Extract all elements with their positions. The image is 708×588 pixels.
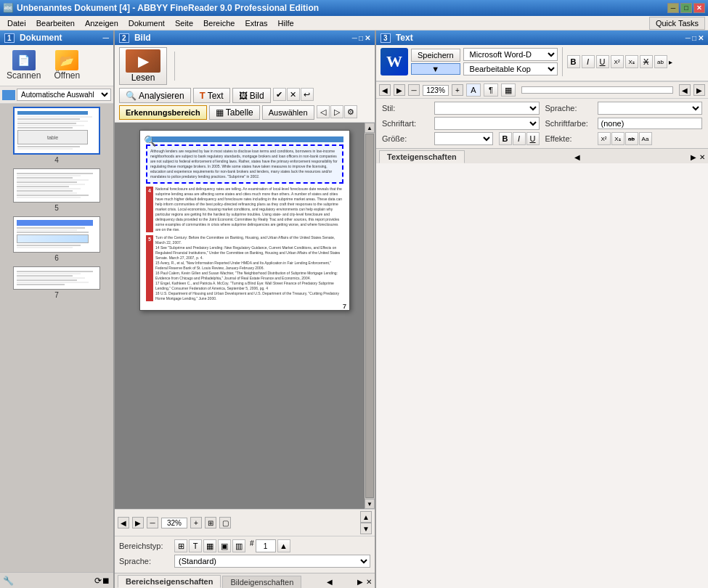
bereich-icon-2[interactable]: T <box>189 539 202 552</box>
text-button[interactable]: T Text <box>193 88 230 103</box>
icon-btn-6[interactable]: ⚙ <box>344 105 357 118</box>
icon-btn-1[interactable]: ✔ <box>273 88 286 101</box>
bearbeitbar-format-select[interactable]: Bearbeitable Kop <box>463 62 558 75</box>
bild-zoom-out-btn[interactable]: ─ <box>147 517 158 528</box>
menu-datei[interactable]: Datei <box>3 17 30 29</box>
schriftart-select[interactable] <box>434 117 540 130</box>
sprache-text-select[interactable] <box>598 102 703 115</box>
menu-bearbeiten[interactable]: Bearbeiten <box>32 17 79 29</box>
eff-sup[interactable]: X² <box>598 132 611 145</box>
eff-small[interactable]: Aa <box>639 132 652 145</box>
italic-button[interactable]: I <box>582 55 595 68</box>
thumbnail-6[interactable]: 6 <box>13 216 100 262</box>
text-scroll-right-btn[interactable]: ▶ <box>693 84 705 96</box>
tab-bereichseigenschaften[interactable]: Bereichseigenschaften <box>118 575 221 588</box>
bereich-icon-1[interactable]: ⊞ <box>174 539 187 552</box>
speichern-button[interactable]: Speichern <box>411 49 460 62</box>
menu-dokument[interactable]: Dokument <box>124 17 169 29</box>
text-format-A-btn[interactable]: A <box>466 83 481 97</box>
bild-zoom-next-btn[interactable]: ▶ <box>132 517 144 528</box>
bereich-icon-4[interactable]: ▣ <box>218 539 231 552</box>
tab-prev-arrow[interactable]: ◀ <box>327 578 333 586</box>
scroll-down-btn[interactable]: ▼ <box>365 499 375 509</box>
subscript-button[interactable]: X₂ <box>625 55 638 68</box>
text-zoom-out-btn[interactable]: ─ <box>408 84 420 96</box>
groesse-italic[interactable]: I <box>513 132 526 145</box>
superscript-button[interactable]: X² <box>611 55 624 68</box>
bild-collapse-btn[interactable]: ─ <box>352 34 357 42</box>
thumbnail-4[interactable]: table 4 <box>13 107 100 164</box>
text-scroll-left-btn[interactable]: ◀ <box>679 84 691 96</box>
analysieren-button[interactable]: 🔍 Analysieren <box>119 88 191 103</box>
auswaehlen-button[interactable]: Auswählen <box>262 105 314 120</box>
icon-btn-4[interactable]: ◁ <box>317 105 330 118</box>
tab-bildeigenschaften[interactable]: Bildeigenschaften <box>222 576 301 588</box>
maximize-button[interactable]: □ <box>680 3 692 13</box>
underline-button[interactable]: U <box>596 55 609 68</box>
text-close-btn[interactable]: ✕ <box>698 34 704 42</box>
title-bar-controls[interactable]: ─ □ ✕ <box>667 3 705 13</box>
text-format-pilcrow-btn[interactable]: ¶ <box>484 83 498 97</box>
close-button[interactable]: ✕ <box>693 3 705 13</box>
bild-fit-btn[interactable]: ⊞ <box>205 517 216 528</box>
tab-next-arrow[interactable]: ▶ <box>357 578 363 586</box>
text-scrollbar-h[interactable] <box>521 86 673 94</box>
icon-btn-2[interactable]: ✕ <box>287 88 300 101</box>
text-nav-right-btn[interactable]: ▶ <box>394 84 405 96</box>
bild-expand-btn[interactable]: □ <box>359 34 363 42</box>
bild-nav-down-btn[interactable]: ▼ <box>360 523 372 534</box>
text-format-table-btn[interactable]: ▦ <box>501 83 516 97</box>
smallcaps-button[interactable]: ab <box>654 55 667 68</box>
bereich-num-input[interactable] <box>256 539 276 552</box>
scroll-thumb[interactable] <box>365 134 374 498</box>
minimize-button[interactable]: ─ <box>667 3 679 13</box>
text-tab-prev-arrow[interactable]: ◀ <box>574 153 580 161</box>
eff-sub[interactable]: X₂ <box>611 132 624 145</box>
bild-zoom-prev-btn[interactable]: ◀ <box>118 517 129 528</box>
text-header-btns[interactable]: ─ □ ✕ <box>685 34 704 42</box>
text-zoom-in-btn[interactable]: + <box>452 84 463 96</box>
scan-button[interactable]: 📄 Scannen <box>3 48 44 83</box>
dokument-collapse-btn[interactable]: ─ <box>102 33 109 43</box>
thumbnail-5[interactable]: 5 <box>13 168 100 212</box>
thumbnail-7[interactable]: 7 <box>13 266 100 299</box>
menu-bereiche[interactable]: Bereiche <box>199 17 239 29</box>
language-select[interactable]: Automatische Auswahl <box>17 89 111 101</box>
bereich-icon-3[interactable]: ▦ <box>203 539 216 552</box>
menu-anzeigen[interactable]: Anzeigen <box>81 17 123 29</box>
bild-close-btn[interactable]: ✕ <box>365 34 370 42</box>
bild-type-button[interactable]: 🖼 Bild <box>232 88 271 103</box>
text-tab-next-arrow[interactable]: ▶ <box>691 153 696 161</box>
bereich-icon-5[interactable]: ▥ <box>232 539 245 552</box>
bold-button[interactable]: B <box>567 55 580 68</box>
bild-fullpage-btn[interactable]: ▢ <box>219 517 231 528</box>
icon-btn-5[interactable]: ▷ <box>330 105 343 118</box>
more-format-btn[interactable]: ▸ <box>669 58 672 66</box>
magnifier-icon[interactable]: 🔍 <box>144 134 156 149</box>
format-dropdown-btn[interactable]: ▼ <box>411 63 460 75</box>
groesse-underline[interactable]: U <box>526 132 540 145</box>
tabelle-button[interactable]: ▦ Tabelle <box>209 105 260 120</box>
lesen-button[interactable]: ▶ Lesen <box>119 47 167 85</box>
menu-seite[interactable]: Seite <box>171 17 198 29</box>
open-button[interactable]: 📂 Öffnen <box>50 48 84 83</box>
groesse-bold[interactable]: B <box>499 132 512 145</box>
groesse-select[interactable] <box>434 132 493 145</box>
sprache-select[interactable]: (Standard) <box>174 555 370 568</box>
text-expand-btn[interactable]: □ <box>692 34 696 42</box>
text-nav-left-btn[interactable]: ◀ <box>379 84 391 96</box>
menu-extras[interactable]: Extras <box>240 17 272 29</box>
bild-zoom-in-btn[interactable]: + <box>190 517 202 528</box>
bild-nav-up-btn[interactable]: ▲ <box>360 511 372 523</box>
quick-tasks-button[interactable]: Quick Tasks <box>649 17 705 30</box>
text-collapse-btn[interactable]: ─ <box>685 34 691 42</box>
bild-scrollbar-v[interactable]: ▲ ▼ <box>365 123 375 509</box>
strikethrough-button[interactable]: X <box>640 55 653 68</box>
stil-select[interactable] <box>434 102 540 115</box>
bild-header-btns[interactable]: ─ □ ✕ <box>352 34 370 42</box>
tab-texteigenschaften[interactable]: Texteigenschaften <box>379 150 465 163</box>
ms-word-format-select[interactable]: Microsoft Word-D <box>463 48 558 61</box>
eff-strike[interactable]: ab <box>625 132 638 145</box>
scroll-up-btn[interactable]: ▲ <box>365 123 375 133</box>
tab-close-btn[interactable]: ✕ <box>366 578 372 586</box>
